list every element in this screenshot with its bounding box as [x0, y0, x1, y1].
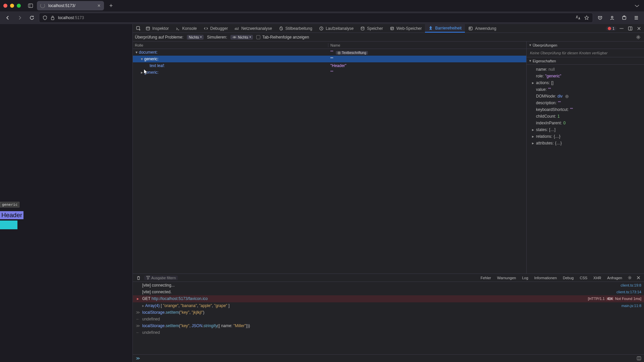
prop-key: name:	[536, 66, 547, 73]
forward-button[interactable]	[15, 13, 25, 23]
tree-row[interactable]: ▾document:"" iTextbeschriftung	[133, 49, 526, 56]
checks-header[interactable]: ▾Überprüfungen	[527, 42, 644, 49]
devtools-tab-stilbearbeitung[interactable]: Stilbearbeitung	[275, 24, 316, 33]
clear-console-icon[interactable]	[135, 274, 142, 282]
console-filter-informationen[interactable]: Informationen	[532, 276, 559, 280]
console-filter-debug[interactable]: Debug	[560, 276, 576, 280]
devtools-tab-speicher[interactable]: Speicher	[357, 24, 386, 33]
tree-row[interactable]: ▸generic:""	[133, 69, 526, 76]
devtools-tab-konsole[interactable]: Konsole	[172, 24, 200, 33]
tab-label: Konsole	[182, 26, 197, 31]
console-filter[interactable]: Ausgabe filtern	[144, 276, 178, 280]
dock-side-icon[interactable]	[627, 25, 634, 32]
prop-value: "generic"	[545, 73, 561, 79]
prop-row[interactable]: ▸states: […]	[528, 126, 643, 133]
console-input[interactable]	[140, 356, 637, 361]
translate-icon[interactable]	[575, 15, 581, 20]
tab-label: Debugger	[210, 26, 228, 31]
tree-header-name: Name	[328, 43, 526, 47]
console-prompt[interactable]: ≫	[133, 354, 644, 362]
close-tab-icon[interactable]: ✕	[97, 3, 101, 8]
maximize-window-button[interactable]	[17, 4, 21, 8]
svg-point-21	[620, 28, 621, 29]
tree-name: ""	[330, 50, 333, 55]
tree-role: generic:	[144, 57, 159, 61]
console-filter-warnungen[interactable]: Warnungen	[495, 276, 518, 280]
devtools-tab-netzwerkanalyse[interactable]: Netzwerkanalyse	[231, 24, 275, 33]
pick-element-icon[interactable]	[135, 25, 142, 32]
sidebar-toggle-icon[interactable]	[27, 2, 34, 9]
tab-icon	[175, 26, 180, 31]
account-icon[interactable]	[607, 13, 617, 23]
tab-icon	[390, 26, 394, 31]
tab-label: Speicher	[367, 26, 383, 31]
target-icon[interactable]: ◎	[565, 94, 569, 99]
prop-key: description:	[536, 100, 556, 106]
error-count-value: 1	[612, 26, 614, 31]
svg-point-18	[430, 26, 431, 27]
extensions-icon[interactable]	[619, 13, 629, 23]
svg-rect-2	[51, 17, 54, 20]
prop-row: ▸value: ""	[528, 86, 643, 93]
address-bar[interactable]: localhost:5173	[39, 13, 593, 23]
console-line: [vite] connected.client.ts:173:14	[133, 289, 644, 295]
tree-row[interactable]: ▾generic:""	[133, 56, 526, 62]
prop-value[interactable]: div ◎	[557, 93, 569, 100]
menu-icon[interactable]	[631, 13, 641, 23]
error-count-badge[interactable]: 1	[606, 26, 616, 31]
tree-row[interactable]: text leaf:"Header"	[133, 62, 526, 69]
console-split-icon[interactable]	[637, 356, 641, 361]
devtools-tab-web-speicher[interactable]: Web-Speicher	[386, 24, 425, 33]
devtools-tab-inspektor[interactable]: Inspektor	[142, 24, 172, 33]
devtools-tab-laufzeitanalyse[interactable]: Laufzeitanalyse	[316, 24, 357, 33]
console-filter-xhr[interactable]: XHR	[591, 276, 603, 280]
devtools-tab-anwendung[interactable]: Anwendung	[465, 24, 499, 33]
select-simulate[interactable]: Nichts ▾	[230, 35, 253, 40]
tree-role: generic:	[144, 70, 159, 75]
a11y-settings-icon[interactable]	[635, 34, 642, 41]
text-label-badge: iTextbeschriftung	[336, 51, 368, 55]
devtools-tab-barrierefreiheit[interactable]: Barrierefreiheit	[425, 24, 465, 33]
tree-rows[interactable]: ▾document:"" iTextbeschriftung▾generic:"…	[133, 49, 526, 274]
prop-row[interactable]: ▸attributes: {…}	[528, 140, 643, 146]
back-button[interactable]	[3, 13, 13, 23]
minimize-window-button[interactable]	[10, 4, 14, 8]
browser-tab[interactable]: localhost:5173/ ✕	[37, 1, 104, 10]
tab-label: Web-Speicher	[396, 26, 422, 31]
browser-navbar: localhost:5173	[0, 11, 644, 24]
twisty-icon[interactable]: ▾	[135, 50, 138, 55]
console-gear-icon[interactable]	[626, 274, 633, 282]
close-window-button[interactable]	[3, 4, 7, 8]
console-filter-anfragen[interactable]: Anfragen	[605, 276, 625, 280]
svg-point-3	[611, 16, 613, 18]
prop-value: ""	[558, 100, 561, 106]
close-devtools-icon[interactable]	[635, 25, 643, 32]
twisty-icon[interactable]: ▾	[140, 57, 144, 61]
console-line: ▸ Array(4) [ "orange", "banana", "apple"…	[133, 302, 644, 309]
console-close-icon[interactable]	[635, 274, 642, 282]
prop-key: attributes:	[536, 140, 554, 146]
tree-header-role: Rolle	[133, 43, 328, 47]
console-lines[interactable]: [vite] connecting...client.ts:19:8[vite]…	[133, 282, 644, 354]
prop-row[interactable]: ▸relations: {…}	[528, 133, 643, 140]
console-filter-css[interactable]: CSS	[577, 276, 590, 280]
highlight-box	[0, 221, 17, 229]
tab-title: localhost:5173/	[48, 3, 75, 8]
new-tab-button[interactable]: +	[107, 1, 115, 10]
prop-row[interactable]: ▸actions: []	[528, 79, 643, 86]
console-filter-fehler[interactable]: Fehler	[478, 276, 493, 280]
console-filter-placeholder: Ausgabe filtern	[151, 276, 176, 280]
props-header[interactable]: ▾Eigenschaften	[527, 57, 644, 65]
devtools-menu-icon[interactable]	[618, 25, 625, 32]
checkbox-tab-order[interactable]: Tab-Reihenfolge anzeigen	[256, 35, 309, 40]
bookmark-star-icon[interactable]	[584, 15, 589, 20]
console-filter-log[interactable]: Log	[520, 276, 530, 280]
select-problems[interactable]: Nichts ▾	[187, 35, 204, 40]
svg-point-23	[623, 28, 624, 29]
tab-overview-icon[interactable]	[633, 2, 641, 9]
save-pocket-icon[interactable]	[595, 13, 605, 23]
tree-name: "Header"	[330, 63, 346, 68]
twisty-icon[interactable]: ▸	[140, 70, 144, 75]
reload-button[interactable]	[27, 13, 37, 23]
devtools-tab-debugger[interactable]: Debugger	[200, 24, 231, 33]
